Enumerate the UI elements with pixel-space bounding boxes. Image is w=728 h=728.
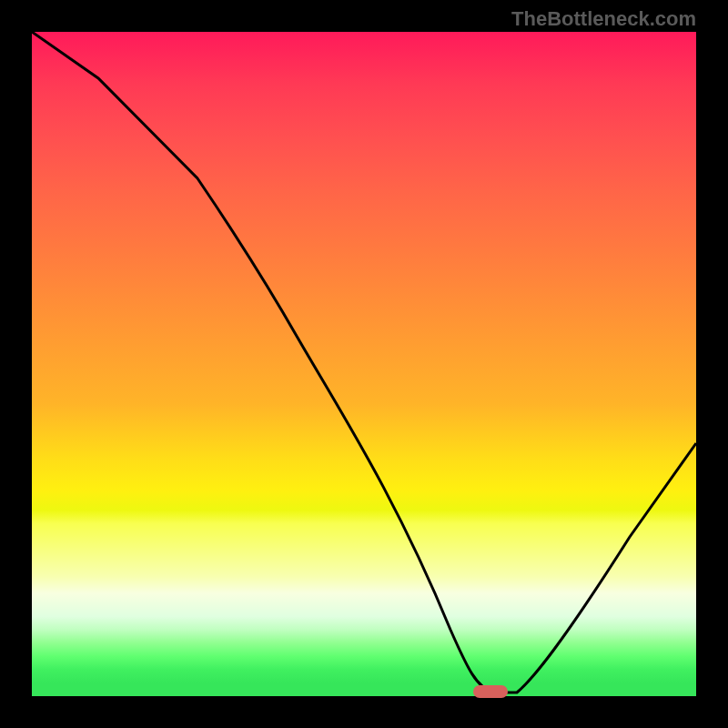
chart-container: TheBottleneck.com	[0, 0, 728, 728]
watermark-text: TheBottleneck.com	[511, 7, 696, 31]
axes-frame	[32, 32, 696, 696]
